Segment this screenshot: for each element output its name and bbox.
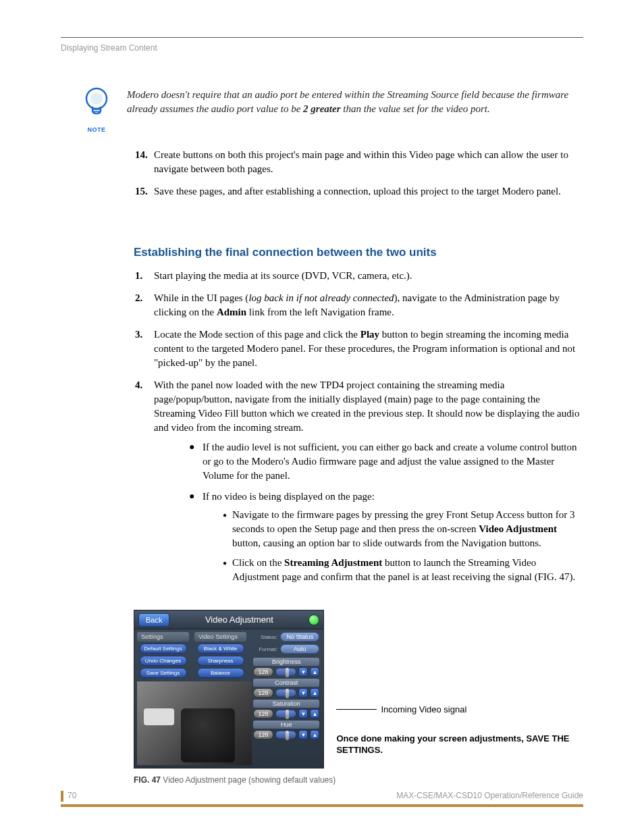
saturation-slider[interactable]: Saturation 128 ▼ ▲ bbox=[253, 700, 319, 719]
subbullet-streaming: ● Click on the Streaming Adjustment butt… bbox=[223, 556, 583, 584]
note-label: NOTE bbox=[80, 126, 113, 133]
lightbulb-icon bbox=[82, 86, 111, 124]
status-value: No Status bbox=[280, 632, 319, 642]
svg-point-3 bbox=[90, 93, 103, 105]
hue-slider[interactable]: Hue 128 ▼ ▲ bbox=[253, 721, 319, 739]
page-footer: 70 MAX-CSE/MAX-CSD10 Operation/Reference… bbox=[61, 791, 583, 807]
bullet-novideo: ● If no video is being displayed on the … bbox=[189, 490, 583, 590]
undo-changes-button[interactable]: Undo Changes bbox=[140, 656, 187, 666]
down-icon[interactable]: ▼ bbox=[298, 688, 308, 698]
step-14: 14. Create buttons on both this project'… bbox=[135, 148, 583, 176]
page-number: 70 bbox=[61, 791, 76, 802]
down-icon[interactable]: ▼ bbox=[298, 667, 308, 677]
down-icon[interactable]: ▼ bbox=[298, 709, 308, 719]
up-icon[interactable]: ▲ bbox=[310, 667, 319, 677]
save-settings-button[interactable]: Save Settings bbox=[140, 668, 187, 678]
balance-button[interactable]: Balance bbox=[197, 668, 244, 678]
up-icon[interactable]: ▲ bbox=[310, 688, 319, 698]
video-adjustment-panel: Back Video Adjustment Settings Default S… bbox=[134, 610, 324, 768]
panel-title: Video Adjustment bbox=[169, 615, 308, 625]
step-15: 15. Save these pages, and after establis… bbox=[135, 184, 583, 199]
status-label: Status: bbox=[253, 634, 277, 640]
brightness-slider[interactable]: Brightness 128 ▼ ▲ bbox=[253, 658, 319, 677]
note-block: NOTE Modero doesn't require that an audi… bbox=[80, 86, 583, 133]
subbullet-navigate: ● Navigate to the firmware pages by pres… bbox=[223, 508, 583, 550]
format-value: Auto bbox=[280, 644, 319, 654]
note-text: Modero doesn't require that an audio por… bbox=[127, 86, 583, 116]
up-icon[interactable]: ▲ bbox=[310, 709, 319, 719]
video-preview bbox=[137, 681, 252, 765]
back-button[interactable]: Back bbox=[138, 613, 169, 627]
annotation-save: Once done making your screen adjustments… bbox=[336, 733, 583, 756]
annotation-incoming: Incoming Video signal bbox=[336, 704, 583, 714]
figure-caption: FIG. 47 Video Adjustment page (showing d… bbox=[134, 775, 583, 785]
section-heading: Establishing the final connection betwee… bbox=[134, 246, 583, 259]
bullet-audio: ● If the audio level is not sufficient, … bbox=[189, 440, 583, 483]
step-3: 3. Locate the Mode section of this page … bbox=[135, 328, 583, 370]
step-2: 2. While in the UI pages (log back in if… bbox=[135, 291, 583, 319]
up-icon[interactable]: ▲ bbox=[310, 730, 319, 739]
running-header: Displaying Stream Content bbox=[61, 43, 583, 53]
step-1: 1. Start playing the media at its source… bbox=[135, 269, 583, 283]
down-icon[interactable]: ▼ bbox=[298, 730, 308, 739]
settings-header: Settings bbox=[137, 632, 189, 642]
contrast-slider[interactable]: Contrast 128 ▼ ▲ bbox=[253, 679, 319, 698]
step-4: 4. With the panel now loaded with the ne… bbox=[135, 378, 583, 596]
sharpness-button[interactable]: Sharpness bbox=[197, 656, 244, 666]
status-led-icon bbox=[308, 615, 319, 625]
bw-button[interactable]: Black & White bbox=[197, 644, 244, 654]
guide-title: MAX-CSE/MAX-CSD10 Operation/Reference Gu… bbox=[396, 791, 583, 802]
default-settings-button[interactable]: Default Settings bbox=[140, 644, 187, 654]
format-label: Format: bbox=[253, 646, 277, 652]
video-settings-header: Video Settings bbox=[194, 632, 246, 642]
